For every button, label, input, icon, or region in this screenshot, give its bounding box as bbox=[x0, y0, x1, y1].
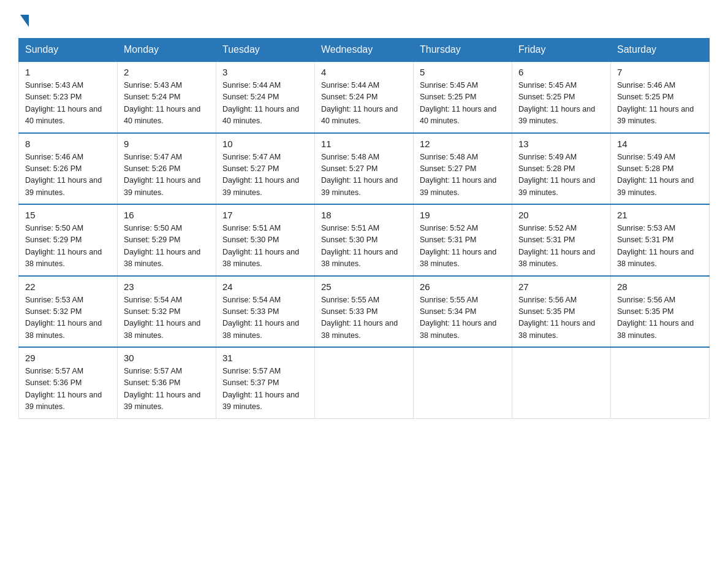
calendar-day-header: Sunday bbox=[19, 39, 118, 62]
day-info: Sunrise: 5:55 AMSunset: 5:33 PMDaylight:… bbox=[321, 296, 398, 340]
calendar-cell: 25 Sunrise: 5:55 AMSunset: 5:33 PMDaylig… bbox=[315, 276, 414, 348]
day-number: 14 bbox=[617, 139, 703, 149]
day-number: 13 bbox=[518, 139, 604, 149]
day-number: 11 bbox=[321, 139, 407, 149]
calendar-cell: 28 Sunrise: 5:56 AMSunset: 5:35 PMDaylig… bbox=[611, 276, 710, 348]
day-number: 2 bbox=[124, 67, 210, 77]
day-info: Sunrise: 5:48 AMSunset: 5:27 PMDaylight:… bbox=[321, 153, 398, 197]
calendar-week-row: 22 Sunrise: 5:53 AMSunset: 5:32 PMDaylig… bbox=[19, 276, 710, 348]
day-number: 27 bbox=[518, 282, 604, 292]
day-number: 15 bbox=[25, 210, 111, 220]
calendar-cell: 23 Sunrise: 5:54 AMSunset: 5:32 PMDaylig… bbox=[118, 276, 216, 348]
calendar-week-row: 29 Sunrise: 5:57 AMSunset: 5:36 PMDaylig… bbox=[19, 347, 710, 418]
day-info: Sunrise: 5:49 AMSunset: 5:28 PMDaylight:… bbox=[518, 153, 595, 197]
day-number: 10 bbox=[222, 139, 308, 149]
calendar-cell: 31 Sunrise: 5:57 AMSunset: 5:37 PMDaylig… bbox=[216, 347, 315, 418]
day-info: Sunrise: 5:47 AMSunset: 5:27 PMDaylight:… bbox=[222, 153, 299, 197]
day-info: Sunrise: 5:43 AMSunset: 5:23 PMDaylight:… bbox=[25, 81, 102, 125]
day-info: Sunrise: 5:44 AMSunset: 5:24 PMDaylight:… bbox=[222, 81, 299, 125]
day-number: 20 bbox=[518, 210, 604, 220]
calendar-cell bbox=[414, 347, 512, 418]
calendar-cell: 3 Sunrise: 5:44 AMSunset: 5:24 PMDayligh… bbox=[216, 61, 315, 133]
calendar-cell: 11 Sunrise: 5:48 AMSunset: 5:27 PMDaylig… bbox=[315, 133, 414, 205]
day-info: Sunrise: 5:47 AMSunset: 5:26 PMDaylight:… bbox=[124, 153, 200, 197]
calendar-cell: 30 Sunrise: 5:57 AMSunset: 5:36 PMDaylig… bbox=[118, 347, 216, 418]
logo bbox=[18, 12, 29, 27]
day-info: Sunrise: 5:52 AMSunset: 5:31 PMDaylight:… bbox=[420, 224, 496, 268]
day-number: 21 bbox=[617, 210, 703, 220]
day-info: Sunrise: 5:54 AMSunset: 5:33 PMDaylight:… bbox=[222, 296, 299, 340]
calendar-cell: 12 Sunrise: 5:48 AMSunset: 5:27 PMDaylig… bbox=[414, 133, 512, 205]
calendar-cell: 27 Sunrise: 5:56 AMSunset: 5:35 PMDaylig… bbox=[512, 276, 611, 348]
calendar-cell bbox=[315, 347, 414, 418]
day-info: Sunrise: 5:43 AMSunset: 5:24 PMDaylight:… bbox=[124, 81, 200, 125]
calendar-cell: 14 Sunrise: 5:49 AMSunset: 5:28 PMDaylig… bbox=[611, 133, 710, 205]
day-info: Sunrise: 5:51 AMSunset: 5:30 PMDaylight:… bbox=[321, 224, 398, 268]
calendar-cell: 22 Sunrise: 5:53 AMSunset: 5:32 PMDaylig… bbox=[19, 276, 118, 348]
day-number: 17 bbox=[222, 210, 308, 220]
day-number: 29 bbox=[25, 353, 111, 363]
logo-triangle-icon bbox=[20, 15, 29, 27]
calendar-cell bbox=[611, 347, 710, 418]
calendar-day-header: Monday bbox=[118, 39, 216, 62]
day-number: 24 bbox=[222, 282, 308, 292]
day-info: Sunrise: 5:57 AMSunset: 5:36 PMDaylight:… bbox=[25, 367, 102, 411]
calendar-cell: 9 Sunrise: 5:47 AMSunset: 5:26 PMDayligh… bbox=[118, 133, 216, 205]
day-number: 31 bbox=[222, 353, 308, 363]
calendar-cell: 24 Sunrise: 5:54 AMSunset: 5:33 PMDaylig… bbox=[216, 276, 315, 348]
calendar-week-row: 1 Sunrise: 5:43 AMSunset: 5:23 PMDayligh… bbox=[19, 61, 710, 133]
day-number: 3 bbox=[222, 67, 308, 77]
day-info: Sunrise: 5:54 AMSunset: 5:32 PMDaylight:… bbox=[124, 296, 200, 340]
calendar-cell: 17 Sunrise: 5:51 AMSunset: 5:30 PMDaylig… bbox=[216, 204, 315, 276]
calendar-week-row: 15 Sunrise: 5:50 AMSunset: 5:29 PMDaylig… bbox=[19, 204, 710, 276]
day-number: 9 bbox=[124, 139, 210, 149]
day-info: Sunrise: 5:56 AMSunset: 5:35 PMDaylight:… bbox=[617, 296, 694, 340]
day-info: Sunrise: 5:45 AMSunset: 5:25 PMDaylight:… bbox=[518, 81, 595, 125]
calendar-day-header: Wednesday bbox=[315, 39, 414, 62]
page-header bbox=[18, 12, 710, 27]
day-info: Sunrise: 5:44 AMSunset: 5:24 PMDaylight:… bbox=[321, 81, 398, 125]
day-number: 19 bbox=[420, 210, 506, 220]
day-number: 23 bbox=[124, 282, 210, 292]
calendar-day-header: Saturday bbox=[611, 39, 710, 62]
day-number: 30 bbox=[124, 353, 210, 363]
calendar-day-header: Tuesday bbox=[216, 39, 315, 62]
day-number: 18 bbox=[321, 210, 407, 220]
day-number: 8 bbox=[25, 139, 111, 149]
calendar-cell: 5 Sunrise: 5:45 AMSunset: 5:25 PMDayligh… bbox=[414, 61, 512, 133]
day-number: 28 bbox=[617, 282, 703, 292]
calendar-cell: 21 Sunrise: 5:53 AMSunset: 5:31 PMDaylig… bbox=[611, 204, 710, 276]
day-info: Sunrise: 5:53 AMSunset: 5:31 PMDaylight:… bbox=[617, 224, 694, 268]
calendar-table: SundayMondayTuesdayWednesdayThursdayFrid… bbox=[18, 38, 710, 419]
day-info: Sunrise: 5:52 AMSunset: 5:31 PMDaylight:… bbox=[518, 224, 595, 268]
day-number: 4 bbox=[321, 67, 407, 77]
calendar-cell: 1 Sunrise: 5:43 AMSunset: 5:23 PMDayligh… bbox=[19, 61, 118, 133]
calendar-day-header: Friday bbox=[512, 39, 611, 62]
day-info: Sunrise: 5:50 AMSunset: 5:29 PMDaylight:… bbox=[25, 224, 102, 268]
day-info: Sunrise: 5:45 AMSunset: 5:25 PMDaylight:… bbox=[420, 81, 496, 125]
day-number: 16 bbox=[124, 210, 210, 220]
calendar-cell: 26 Sunrise: 5:55 AMSunset: 5:34 PMDaylig… bbox=[414, 276, 512, 348]
calendar-cell: 2 Sunrise: 5:43 AMSunset: 5:24 PMDayligh… bbox=[118, 61, 216, 133]
calendar-cell: 29 Sunrise: 5:57 AMSunset: 5:36 PMDaylig… bbox=[19, 347, 118, 418]
day-info: Sunrise: 5:51 AMSunset: 5:30 PMDaylight:… bbox=[222, 224, 299, 268]
day-number: 22 bbox=[25, 282, 111, 292]
calendar-cell: 8 Sunrise: 5:46 AMSunset: 5:26 PMDayligh… bbox=[19, 133, 118, 205]
calendar-cell: 15 Sunrise: 5:50 AMSunset: 5:29 PMDaylig… bbox=[19, 204, 118, 276]
day-number: 1 bbox=[25, 67, 111, 77]
day-number: 12 bbox=[420, 139, 506, 149]
calendar-cell: 4 Sunrise: 5:44 AMSunset: 5:24 PMDayligh… bbox=[315, 61, 414, 133]
calendar-week-row: 8 Sunrise: 5:46 AMSunset: 5:26 PMDayligh… bbox=[19, 133, 710, 205]
calendar-cell bbox=[512, 347, 611, 418]
calendar-cell: 16 Sunrise: 5:50 AMSunset: 5:29 PMDaylig… bbox=[118, 204, 216, 276]
day-info: Sunrise: 5:46 AMSunset: 5:26 PMDaylight:… bbox=[25, 153, 102, 197]
calendar-header-row: SundayMondayTuesdayWednesdayThursdayFrid… bbox=[19, 39, 710, 62]
calendar-cell: 6 Sunrise: 5:45 AMSunset: 5:25 PMDayligh… bbox=[512, 61, 611, 133]
day-number: 6 bbox=[518, 67, 604, 77]
day-info: Sunrise: 5:53 AMSunset: 5:32 PMDaylight:… bbox=[25, 296, 102, 340]
calendar-cell: 18 Sunrise: 5:51 AMSunset: 5:30 PMDaylig… bbox=[315, 204, 414, 276]
calendar-cell: 7 Sunrise: 5:46 AMSunset: 5:25 PMDayligh… bbox=[611, 61, 710, 133]
day-info: Sunrise: 5:50 AMSunset: 5:29 PMDaylight:… bbox=[124, 224, 200, 268]
calendar-cell: 20 Sunrise: 5:52 AMSunset: 5:31 PMDaylig… bbox=[512, 204, 611, 276]
calendar-cell: 19 Sunrise: 5:52 AMSunset: 5:31 PMDaylig… bbox=[414, 204, 512, 276]
